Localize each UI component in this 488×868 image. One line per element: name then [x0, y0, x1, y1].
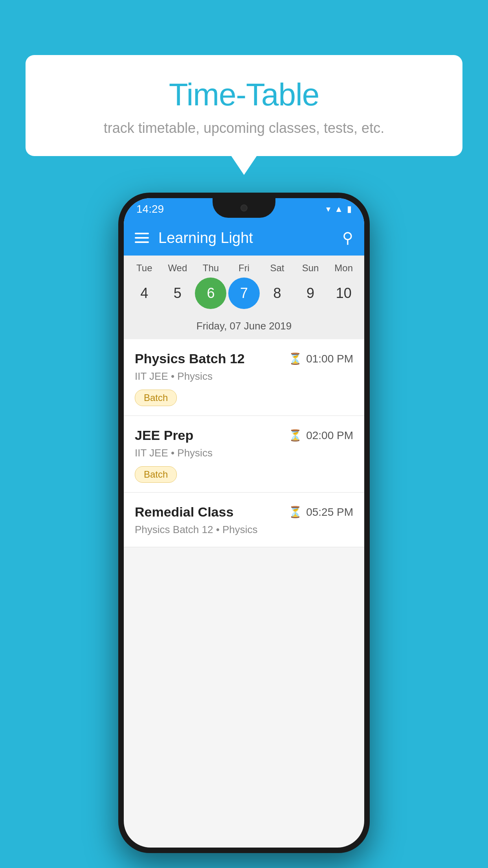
- hamburger-icon[interactable]: [135, 233, 149, 243]
- schedule-list: Physics Batch 12 ⏳ 01:00 PM IIT JEE • Ph…: [124, 339, 364, 547]
- app-title: Learning Light: [158, 230, 342, 246]
- clock-icon-3: ⏳: [288, 506, 302, 519]
- schedule-item-3-header: Remedial Class ⏳ 05:25 PM: [135, 504, 353, 520]
- day-header-mon: Mon: [328, 263, 360, 274]
- hamburger-line-1: [135, 233, 149, 234]
- schedule-item-2-time-text: 02:00 PM: [306, 429, 353, 442]
- phone-notch: [213, 198, 275, 218]
- bubble-subtitle: track timetable, upcoming classes, tests…: [49, 120, 439, 136]
- day-8[interactable]: 8: [262, 278, 293, 309]
- clock-icon-2: ⏳: [288, 429, 302, 442]
- day-header-wed: Wed: [162, 263, 193, 274]
- search-icon[interactable]: ⚲: [342, 229, 353, 246]
- selected-date: Friday, 07 June 2019: [124, 316, 364, 339]
- bubble-title: Time-Table: [49, 77, 439, 113]
- calendar-strip: Tue Wed Thu Fri Sat Sun Mon 4 5 6 7 8 9 …: [124, 256, 364, 339]
- schedule-item-3-time-text: 05:25 PM: [306, 506, 353, 519]
- status-time: 14:29: [136, 203, 164, 215]
- day-header-sun: Sun: [295, 263, 326, 274]
- day-7-selected[interactable]: 7: [228, 278, 260, 309]
- schedule-item-2-subtitle: IIT JEE • Physics: [135, 447, 353, 459]
- day-header-fri: Fri: [228, 263, 260, 274]
- schedule-item-2-title: JEE Prep: [135, 428, 193, 443]
- schedule-item-2[interactable]: JEE Prep ⏳ 02:00 PM IIT JEE • Physics Ba…: [124, 416, 364, 493]
- speech-bubble: Time-Table track timetable, upcoming cla…: [26, 55, 462, 156]
- day-header-sat: Sat: [262, 263, 293, 274]
- schedule-item-1-time: ⏳ 01:00 PM: [288, 352, 353, 365]
- day-header-tue: Tue: [128, 263, 160, 274]
- schedule-item-1-title: Physics Batch 12: [135, 351, 245, 366]
- schedule-item-1-subtitle: IIT JEE • Physics: [135, 370, 353, 383]
- battery-icon: ▮: [347, 204, 352, 214]
- schedule-item-2-time: ⏳ 02:00 PM: [288, 429, 353, 442]
- signal-icon: ▲: [334, 204, 343, 214]
- day-4[interactable]: 4: [128, 278, 160, 309]
- day-6-today[interactable]: 6: [195, 278, 226, 309]
- schedule-item-3[interactable]: Remedial Class ⏳ 05:25 PM Physics Batch …: [124, 493, 364, 547]
- day-header-thu: Thu: [195, 263, 226, 274]
- hamburger-line-2: [135, 237, 149, 239]
- schedule-item-1[interactable]: Physics Batch 12 ⏳ 01:00 PM IIT JEE • Ph…: [124, 339, 364, 416]
- schedule-item-3-subtitle: Physics Batch 12 • Physics: [135, 524, 353, 536]
- hamburger-line-3: [135, 241, 149, 243]
- schedule-item-3-time: ⏳ 05:25 PM: [288, 506, 353, 519]
- day-numbers: 4 5 6 7 8 9 10: [124, 274, 364, 316]
- app-bar: Learning Light ⚲: [124, 220, 364, 256]
- schedule-item-2-header: JEE Prep ⏳ 02:00 PM: [135, 428, 353, 443]
- day-10[interactable]: 10: [328, 278, 360, 309]
- day-5[interactable]: 5: [162, 278, 193, 309]
- schedule-item-1-badge: Batch: [135, 390, 177, 406]
- day-9[interactable]: 9: [295, 278, 326, 309]
- schedule-item-2-badge: Batch: [135, 466, 177, 483]
- phone-outer: 14:29 ▾ ▲ ▮ Learning Light ⚲: [118, 193, 370, 853]
- camera-dot: [240, 204, 248, 211]
- day-headers: Tue Wed Thu Fri Sat Sun Mon: [124, 263, 364, 274]
- schedule-item-1-header: Physics Batch 12 ⏳ 01:00 PM: [135, 351, 353, 366]
- status-icons: ▾ ▲ ▮: [326, 204, 352, 214]
- wifi-icon: ▾: [326, 204, 330, 214]
- phone-mockup: 14:29 ▾ ▲ ▮ Learning Light ⚲: [118, 193, 370, 853]
- speech-bubble-section: Time-Table track timetable, upcoming cla…: [26, 55, 462, 156]
- schedule-item-3-title: Remedial Class: [135, 504, 233, 520]
- phone-screen: 14:29 ▾ ▲ ▮ Learning Light ⚲: [124, 198, 364, 848]
- clock-icon-1: ⏳: [288, 352, 302, 365]
- schedule-item-1-time-text: 01:00 PM: [306, 353, 353, 365]
